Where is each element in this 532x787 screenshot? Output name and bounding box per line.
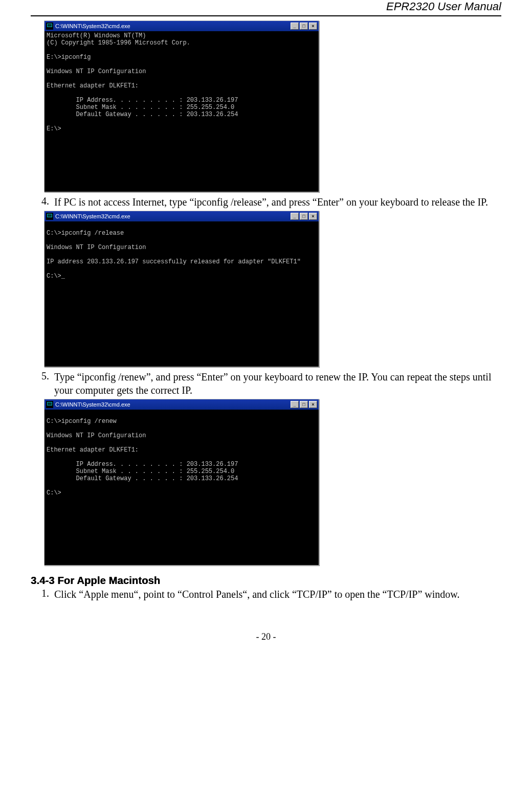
terminal-output: Microsoft(R) Windows NT(TM) (C) Copyrigh… — [45, 31, 319, 192]
page-header: EPR2320 User Manual — [31, 0, 501, 16]
maximize-button[interactable]: □ — [300, 401, 308, 408]
step-text: Type “ipconfig /renew”, and press “Enter… — [54, 370, 501, 397]
minimize-button[interactable]: _ — [291, 213, 299, 220]
close-button[interactable]: × — [309, 23, 317, 30]
minimize-button[interactable]: _ — [291, 401, 299, 408]
window-title: C:\WINNT\System32\cmd.exe — [55, 401, 291, 408]
svg-rect-8 — [48, 402, 52, 405]
maximize-button[interactable]: □ — [300, 23, 308, 30]
cmd-window-2: C:\WINNT\System32\cmd.exe _ □ × C:\>ipco… — [44, 211, 319, 367]
step-text: Click “Apple menu“, point to “Control Pa… — [54, 588, 459, 601]
titlebar: C:\WINNT\System32\cmd.exe _ □ × — [45, 21, 319, 31]
step-4: 4. If PC is not access Internet, type “i… — [31, 195, 501, 209]
terminal-output: C:\>ipconfig /renew Windows NT IP Config… — [45, 410, 319, 565]
svg-rect-2 — [48, 24, 52, 27]
svg-rect-5 — [48, 214, 52, 217]
step-text: If PC is not access Internet, type “ipco… — [54, 195, 488, 209]
cmd-icon — [46, 23, 53, 30]
maximize-button[interactable]: □ — [300, 213, 308, 220]
close-button[interactable]: × — [309, 401, 317, 408]
window-title: C:\WINNT\System32\cmd.exe — [55, 23, 291, 29]
window-title: C:\WINNT\System32\cmd.exe — [55, 213, 291, 219]
cmd-window-1: C:\WINNT\System32\cmd.exe _ □ × Microsof… — [44, 20, 319, 192]
step-number: 5. — [31, 370, 54, 382]
cmd-icon — [46, 213, 53, 220]
minimize-button[interactable]: _ — [291, 23, 299, 30]
mac-step-1: 1. Click “Apple menu“, point to “Control… — [31, 588, 501, 601]
step-number: 4. — [31, 195, 54, 207]
section-heading-apple-macintosh: 3.4-3 For Apple Macintosh — [31, 575, 501, 587]
close-button[interactable]: × — [309, 213, 317, 220]
header-suffix: User Manual — [434, 0, 501, 13]
cmd-icon — [46, 401, 53, 408]
titlebar: C:\WINNT\System32\cmd.exe _ □ × — [45, 399, 319, 410]
step-5: 5. Type “ipconfig /renew”, and press “En… — [31, 370, 501, 397]
page-footer: - 20 - — [31, 601, 501, 642]
header-product: EPR2320 — [386, 0, 434, 13]
terminal-output: C:\>ipconfig /release Windows NT IP Conf… — [45, 221, 319, 367]
titlebar: C:\WINNT\System32\cmd.exe _ □ × — [45, 211, 319, 221]
step-number: 1. — [31, 588, 54, 599]
cmd-window-3: C:\WINNT\System32\cmd.exe _ □ × C:\>ipco… — [44, 399, 319, 566]
